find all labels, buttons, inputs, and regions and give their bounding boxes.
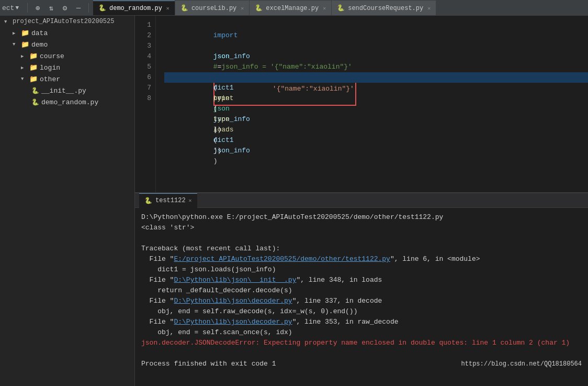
sidebar-item-demo-random[interactable]: 🐍 demo_random.py — [0, 96, 134, 108]
terminal-traceback: Traceback (most recent call last): — [141, 244, 582, 254]
line-num-8: 8 — [141, 93, 151, 104]
terminal-exit-line: Process finished with exit code 1 https:… — [141, 359, 582, 369]
terminal-link-4[interactable]: D:\Python\lib\json\decoder.py — [174, 318, 292, 326]
line-num-5: 5 — [141, 62, 151, 72]
terminal-link-1[interactable]: E:/project_APIAutoTest20200525/demo/othe… — [174, 255, 390, 263]
menu-dropdown-icon[interactable]: ▼ — [15, 5, 19, 11]
folder-icon-other: 📁 — [29, 75, 38, 83]
tab-demo-random[interactable]: 🐍 demo_random.py ✕ — [93, 1, 175, 15]
terminal-file-4: File "D:\Python\lib\json\decoder.py", li… — [141, 317, 582, 327]
line-num-2: 2 — [141, 30, 151, 41]
tab-label-4: sendCourseRequest.py — [348, 5, 423, 12]
file-icon-demo-random: 🐍 — [31, 98, 39, 106]
sidebar-label-init: __init__.py — [41, 87, 86, 95]
terminal-cmd-line: D:\Python\python.exe E:/project_APIAutoT… — [141, 212, 582, 223]
tab-py-icon: 🐍 — [98, 4, 106, 12]
sidebar-label-login: login — [40, 64, 60, 72]
root-arrow-icon — [4, 19, 13, 25]
data-arrow-icon: ▶ — [13, 30, 21, 36]
root-label: project_APIAutoTest20200525 — [13, 18, 114, 25]
code-line-2 — [164, 30, 588, 41]
sidebar-item-other[interactable]: ▼ 📁 other — [0, 73, 134, 85]
sidebar-label-demo: demo — [31, 41, 48, 49]
editor-pane[interactable]: 1 2 3 4 5 6 7 8 import json — [135, 16, 588, 192]
main-content: project_APIAutoTest20200525 ▶ 📁 data ▼ 📁… — [0, 16, 588, 386]
tab-bar: 🐍 demo_random.py ✕ 🐍 courseLib.py ✕ 🐍 ex… — [93, 1, 586, 15]
folder-icon-data: 📁 — [21, 29, 29, 37]
tab-sendcourserequest[interactable]: 🐍 sendCourseRequest.py ✕ — [332, 1, 436, 15]
terminal-content[interactable]: D:\Python\python.exe E:/project_APIAutoT… — [135, 208, 588, 386]
tab-py-icon-2: 🐍 — [180, 4, 188, 12]
terminal-link-2[interactable]: D:\Python\lib\json\__init__.py — [174, 276, 296, 284]
code-container: 1 2 3 4 5 6 7 8 import json — [135, 16, 588, 192]
line-num-3: 3 — [141, 41, 151, 51]
sidebar-label-data: data — [31, 29, 48, 37]
sort-icon[interactable]: ⇅ — [46, 2, 57, 14]
terminal-file-1: File "E:/project_APIAutoTest20200525/dem… — [141, 254, 582, 264]
sidebar-item-login[interactable]: ▶ 📁 login — [0, 62, 134, 73]
course-arrow-icon: ▶ — [21, 53, 29, 59]
terminal-url[interactable]: https://blog.csdn.net/QQ18180564 — [461, 359, 582, 369]
minimize-icon[interactable]: — — [73, 2, 84, 14]
terminal-file-3: File "D:\Python\lib\json\decoder.py", li… — [141, 296, 582, 306]
fn-type-7: type — [213, 115, 230, 123]
tab-py-icon-4: 🐍 — [337, 4, 345, 12]
terminal-empty-2 — [141, 348, 582, 359]
sidebar-root[interactable]: project_APIAutoTest20200525 — [0, 16, 134, 27]
line-numbers: 1 2 3 4 5 6 7 8 — [135, 16, 156, 192]
code-line-3: json_info = '{"name":"xiaolin"}' — [164, 41, 588, 51]
terminal-tab-bar: 🐍 test1122 ✕ — [135, 193, 588, 208]
terminal-link-3[interactable]: D:\Python\lib\json\decoder.py — [174, 297, 292, 305]
code-line-4: # json_info = '{"name":"xiaolin"}' — [164, 51, 588, 62]
sidebar-item-course[interactable]: ▶ 📁 course — [0, 50, 134, 62]
sidebar-item-data[interactable]: ▶ 📁 data — [0, 27, 134, 39]
menu-project[interactable]: ect ▼ — [2, 4, 19, 12]
sidebar: project_APIAutoTest20200525 ▶ 📁 data ▼ 📁… — [0, 16, 135, 386]
terminal-empty-1 — [141, 233, 582, 244]
terminal-error-line: json.decoder.JSONDecodeError: Expecting … — [141, 338, 582, 348]
tab-close-icon-3[interactable]: ✕ — [323, 5, 326, 12]
terminal-py-icon: 🐍 — [144, 197, 152, 205]
tab-close-icon-4[interactable]: ✕ — [427, 5, 431, 12]
sidebar-label-other: other — [40, 75, 60, 83]
login-arrow-icon: ▶ — [21, 65, 29, 71]
code-line-5: print ( type ( json_info )) — [164, 62, 588, 72]
tab-py-icon-3: 🐍 — [255, 4, 263, 12]
code-line-6: dict1 = json . loads ( json_info ) — [164, 72, 588, 83]
terminal-file-2: File "D:\Python\lib\json\__init__.py", l… — [141, 275, 582, 285]
terminal-tab-close-icon[interactable]: ✕ — [189, 197, 192, 204]
tab-label-2: courseLib.py — [191, 5, 236, 12]
top-bar: ect ▼ ⊕ ⇅ ⚙ — 🐍 demo_random.py ✕ 🐍 cours… — [0, 0, 588, 16]
tab-close-icon-2[interactable]: ✕ — [241, 5, 244, 12]
tab-close-icon[interactable]: ✕ — [166, 5, 169, 12]
folder-icon-course: 📁 — [29, 52, 38, 60]
line-num-4: 4 — [141, 51, 151, 62]
line-num-6: 6 — [141, 72, 151, 83]
gear-icon[interactable]: ⚙ — [59, 2, 71, 14]
tab-courselib[interactable]: 🐍 courseLib.py ✕ — [175, 1, 249, 15]
code-line-1: import json — [164, 20, 588, 30]
terminal-code-4: obj, end = self.scan_once(s, idx) — [141, 327, 582, 338]
code-line-8 — [164, 93, 588, 104]
editor-area: 1 2 3 4 5 6 7 8 import json — [135, 16, 588, 386]
menu-label: ect — [2, 4, 14, 12]
line-num-7: 7 — [141, 83, 151, 93]
tab-label-3: excelManage.py — [266, 5, 319, 12]
terminal-output-1: <class 'str'> — [141, 223, 582, 233]
code-lines: import json json_info = '{"name":"xiaoli… — [156, 16, 588, 192]
sidebar-item-init[interactable]: 🐍 __init__.py — [0, 85, 134, 96]
folder-icon-demo: 📁 — [21, 40, 29, 49]
tab-excelmanage[interactable]: 🐍 excelManage.py ✕ — [250, 1, 331, 15]
separator-1 — [27, 3, 28, 13]
file-icon-init: 🐍 — [31, 87, 39, 95]
other-arrow-icon: ▼ — [21, 76, 29, 82]
terminal-code-1: dict1 = json.loads(json_info) — [141, 264, 582, 275]
terminal-area: 🐍 test1122 ✕ D:\Python\python.exe E:/pro… — [135, 192, 588, 386]
folder-icon-login: 📁 — [29, 63, 38, 72]
sidebar-label-demo-random: demo_random.py — [41, 98, 98, 106]
terminal-tab-test1122[interactable]: 🐍 test1122 ✕ — [139, 193, 197, 208]
code-line-7: print ( type ( dict1 )) — [164, 83, 588, 93]
sidebar-item-demo[interactable]: ▼ 📁 demo — [0, 39, 134, 50]
demo-arrow-icon: ▼ — [13, 42, 21, 47]
add-icon[interactable]: ⊕ — [32, 2, 43, 14]
